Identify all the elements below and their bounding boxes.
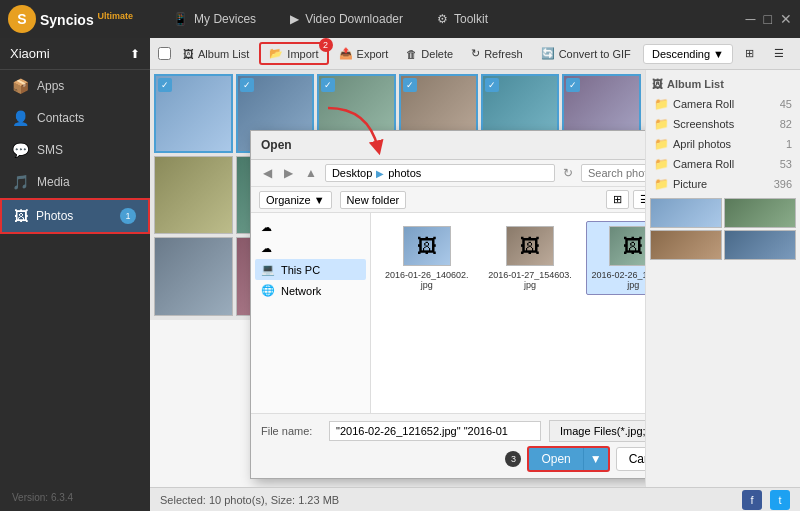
contacts-icon: 👤 (12, 110, 29, 126)
open-btn-dropdown-icon[interactable]: ▼ (583, 448, 608, 470)
album-icon: 📁 (654, 177, 669, 191)
network-icon: 🌐 (261, 284, 275, 297)
photo-check: ✓ (240, 78, 254, 92)
filename-label: File name: (261, 425, 321, 437)
delete-icon: 🗑 (406, 48, 417, 60)
photo-thumb[interactable]: ✓ (154, 74, 233, 153)
app-name: Syncios Ultimate (40, 11, 133, 28)
minimize-button[interactable]: ─ (746, 11, 756, 27)
import-icon: 📂 (269, 47, 283, 60)
sidebar-item-contacts[interactable]: 👤 Contacts (0, 102, 150, 134)
nav-forward-button[interactable]: ▶ (280, 164, 297, 182)
photo-check: ✓ (158, 78, 172, 92)
sidebar-item-media[interactable]: 🎵 Media (0, 166, 150, 198)
sidebar-item-apps[interactable]: 📦 Apps (0, 70, 150, 102)
toolkit-icon: ⚙ (437, 12, 448, 26)
file-open-dialog: Open ✕ ◀ ▶ ▲ Desktop ▶ photos ↻ (250, 130, 645, 479)
dialog-sidebar-cloud1[interactable]: ☁ (255, 217, 366, 238)
photo-thumb[interactable] (154, 237, 233, 316)
tab-toolkit[interactable]: ⚙ Toolkit (421, 6, 504, 32)
filetype-select[interactable]: Image Files(*.jpg;*.jpeg;*.png;*. (549, 420, 645, 442)
cancel-button[interactable]: Cancel (616, 447, 645, 471)
dialog-sidebar: ☁ ☁ 💻 This PC 🌐 Network (251, 213, 371, 413)
view-controls: ⊞ ☰ ? (606, 190, 645, 209)
sidebar-item-photos[interactable]: 🖼 Photos 1 (0, 198, 150, 234)
album-item-camera-roll-2[interactable]: 📁 Camera Roll 53 (650, 154, 796, 174)
view-list-button[interactable]: ☰ (766, 44, 792, 63)
dialog-titlebar: Open ✕ (251, 131, 645, 160)
album-item-april-photos[interactable]: 📁 April photos 1 (650, 134, 796, 154)
dialog-sidebar-this-pc[interactable]: 💻 This PC (255, 259, 366, 280)
refresh-path-button[interactable]: ↻ (559, 164, 577, 182)
album-item-picture[interactable]: 📁 Picture 396 (650, 174, 796, 194)
nav-back-button[interactable]: ◀ (259, 164, 276, 182)
right-panel-thumb[interactable] (724, 198, 796, 228)
sidebar-item-sms[interactable]: 💬 SMS (0, 134, 150, 166)
select-all-checkbox[interactable] (158, 47, 171, 60)
album-icon: 📁 (654, 157, 669, 171)
convert-gif-button[interactable]: 🔄 Convert to GIF (533, 44, 639, 63)
dialog-sidebar-network[interactable]: 🌐 Network (255, 280, 366, 301)
tab-my-devices[interactable]: 📱 My Devices (157, 6, 272, 32)
sms-icon: 💬 (12, 142, 29, 158)
facebook-button[interactable]: f (742, 490, 762, 510)
main-layout: Xiaomi ⬆ 📦 Apps 👤 Contacts 💬 SMS 🎵 Media… (0, 38, 800, 511)
export-icon: 📤 (339, 47, 353, 60)
cloud2-icon: ☁ (261, 242, 272, 255)
view-icons-button[interactable]: ⊞ (606, 190, 629, 209)
sort-chevron-icon: ▼ (713, 48, 724, 60)
statusbar: Selected: 10 photo(s), Size: 1.23 MB f t (150, 487, 800, 511)
file-thumb: 🖼 (403, 226, 451, 266)
nav-up-button[interactable]: ▲ (301, 164, 321, 182)
dialog-title: Open (261, 138, 292, 152)
organize-button[interactable]: Organize ▼ (259, 191, 332, 209)
right-panel-thumb[interactable] (724, 230, 796, 260)
app-logo: S Syncios Ultimate (8, 5, 133, 33)
photo-thumb[interactable] (154, 156, 233, 235)
file-name: 2016-01-27_154603.jpg (487, 270, 572, 290)
new-folder-button[interactable]: New folder (340, 191, 407, 209)
filename-row: File name: Image Files(*.jpg;*.jpeg;*.pn… (261, 420, 645, 442)
dialog-nav: ◀ ▶ ▲ Desktop ▶ photos ↻ (251, 160, 645, 187)
filename-input[interactable] (329, 421, 541, 441)
dialog-search-input[interactable] (581, 164, 645, 182)
album-item-camera-roll[interactable]: 📁 Camera Roll 45 (650, 94, 796, 114)
sync-icon: ⬆ (130, 47, 140, 61)
window-controls: ─ □ ✕ (746, 11, 792, 27)
breadcrumb-folder: photos (388, 167, 421, 179)
close-button[interactable]: ✕ (780, 11, 792, 27)
dialog-footer: File name: Image Files(*.jpg;*.jpeg;*.pn… (251, 413, 645, 478)
album-list-title: 🖼 Album List (650, 74, 796, 94)
view-grid-button[interactable]: ⊞ (737, 44, 762, 63)
open-button[interactable]: Open ▼ (527, 446, 609, 472)
dialog-sidebar-cloud2[interactable]: ☁ (255, 238, 366, 259)
file-thumb: 🖼 (506, 226, 554, 266)
right-panel-thumb[interactable] (650, 198, 722, 228)
cloud1-icon: ☁ (261, 221, 272, 234)
file-item[interactable]: 🖼 2016-01-27_154603.jpg (482, 221, 577, 295)
refresh-button[interactable]: ↻ Refresh (463, 44, 531, 63)
twitter-button[interactable]: t (770, 490, 790, 510)
photo-area-container: ✓ ✓ ✓ ✓ ✓ ✓ (150, 70, 800, 487)
statusbar-right: f t (742, 490, 790, 510)
breadcrumb-desktop: Desktop (332, 167, 372, 179)
album-item-screenshots[interactable]: 📁 Screenshots 82 (650, 114, 796, 134)
view-details-button[interactable]: ☰ (633, 190, 645, 209)
file-item[interactable]: 🖼 2016-02-26_121652.jpg (586, 221, 645, 295)
photo-grid-wrapper: ✓ ✓ ✓ ✓ ✓ ✓ (150, 70, 645, 487)
album-list-button[interactable]: 🖼 Album List (175, 45, 257, 63)
toolbar-right: Descending ▼ ⊞ ☰ (643, 44, 792, 64)
delete-button[interactable]: 🗑 Delete (398, 45, 461, 63)
sort-dropdown[interactable]: Descending ▼ (643, 44, 733, 64)
tab-video-downloader[interactable]: ▶ Video Downloader (274, 6, 419, 32)
maximize-button[interactable]: □ (764, 11, 772, 27)
file-item[interactable]: 🖼 2016-01-26_140602.jpg (379, 221, 474, 295)
export-button[interactable]: 📤 Export (331, 44, 397, 63)
content-area: 🖼 Album List 📂 Import 2 📤 Export 🗑 Delet… (150, 38, 800, 511)
album-list-icon: 🖼 (652, 78, 663, 90)
photo-check: ✓ (321, 78, 335, 92)
right-panel-thumb[interactable] (650, 230, 722, 260)
breadcrumb-separator: ▶ (376, 168, 384, 179)
import-button[interactable]: 📂 Import 2 (259, 42, 328, 65)
nav-tabs: 📱 My Devices ▶ Video Downloader ⚙ Toolki… (157, 6, 504, 32)
